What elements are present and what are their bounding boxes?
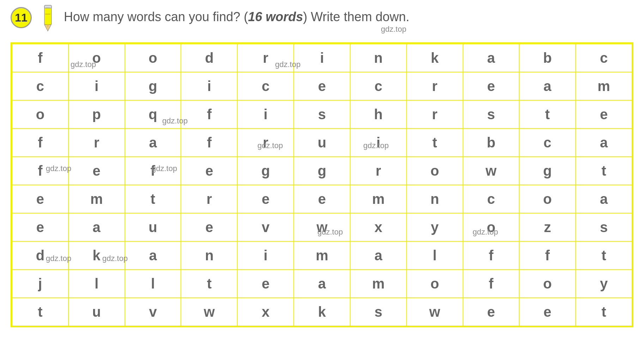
word-grid: foodrinkabccigicecreamopqfishrstefrafrui… bbox=[11, 42, 633, 327]
grid-cell: t bbox=[576, 157, 632, 185]
grid-cell: g bbox=[294, 157, 350, 185]
grid-cell: a bbox=[350, 241, 407, 269]
grid-cell: a bbox=[125, 128, 181, 157]
grid-cell: x bbox=[237, 298, 294, 326]
grid-cell: t bbox=[125, 185, 181, 213]
grid-cell: i bbox=[181, 72, 237, 100]
grid-cell: w bbox=[181, 298, 237, 326]
grid-cell: o bbox=[407, 157, 463, 185]
grid-cell: e bbox=[463, 72, 520, 100]
grid-cell: m bbox=[68, 185, 125, 213]
grid-cell: d bbox=[181, 44, 237, 72]
grid-cell: s bbox=[350, 298, 407, 326]
watermark: gdz.top bbox=[162, 116, 188, 126]
watermark: gdz.top bbox=[317, 227, 343, 237]
grid-cell: e bbox=[519, 298, 576, 326]
watermark: gdz.top bbox=[46, 164, 71, 173]
grid-cell: e bbox=[576, 100, 632, 128]
grid-cell: k bbox=[294, 298, 350, 326]
grid-cell: a bbox=[294, 269, 350, 298]
grid-cell: n bbox=[181, 241, 237, 269]
grid-cell: e bbox=[463, 298, 520, 326]
table-row: foodrinkabc bbox=[12, 44, 632, 72]
grid-cell: r bbox=[181, 185, 237, 213]
grid-cell: c bbox=[350, 72, 407, 100]
grid-cell: y bbox=[407, 213, 463, 241]
grid-cell: e bbox=[294, 185, 350, 213]
grid-cell: w bbox=[407, 298, 463, 326]
grid-cell: e bbox=[68, 157, 125, 185]
grid-cell: g bbox=[519, 157, 576, 185]
table-row: opqfishrste bbox=[12, 100, 632, 128]
grid-cell: a bbox=[576, 128, 632, 157]
grid-cell: a bbox=[519, 72, 576, 100]
grid-cell: g bbox=[237, 157, 294, 185]
grid-cell: g bbox=[125, 72, 181, 100]
grid-cell: x bbox=[350, 213, 407, 241]
grid-cell: a bbox=[463, 44, 520, 72]
grid-cell: o bbox=[463, 213, 520, 241]
table-row: cigicecream bbox=[12, 72, 632, 100]
watermark: gdz.top bbox=[71, 60, 96, 69]
grid-cell: s bbox=[463, 100, 520, 128]
grid-cell: t bbox=[407, 128, 463, 157]
pencil-icon bbox=[38, 4, 57, 32]
grid-cell: o bbox=[519, 185, 576, 213]
grid-cell: l bbox=[125, 269, 181, 298]
instruction-part1: How many words can you find? ( bbox=[64, 10, 248, 24]
grid-cell: n bbox=[407, 185, 463, 213]
grid-cell: o bbox=[125, 44, 181, 72]
page-container: gdz.top gdz.top gdz.top gdz.top gdz.top … bbox=[0, 0, 644, 340]
exercise-number: 11 bbox=[11, 7, 32, 28]
watermark: gdz.top bbox=[473, 227, 498, 237]
grid-cell: m bbox=[576, 72, 632, 100]
grid-cell: t bbox=[576, 298, 632, 326]
grid-cell: f bbox=[463, 269, 520, 298]
grid-cell: i bbox=[294, 44, 350, 72]
grid-cell: f bbox=[519, 241, 576, 269]
grid-cell: t bbox=[576, 241, 632, 269]
table-row: jllteamofoy bbox=[12, 269, 632, 298]
header-instruction: How many words can you find? (16 words) … bbox=[64, 9, 633, 25]
grid-cell: a bbox=[125, 241, 181, 269]
grid-cell: n bbox=[350, 44, 407, 72]
grid-cell: i bbox=[237, 100, 294, 128]
grid-cell: e bbox=[12, 185, 68, 213]
grid-cell: o bbox=[12, 100, 68, 128]
grid-cell: e bbox=[294, 72, 350, 100]
grid-cell: b bbox=[519, 44, 576, 72]
grid-cell: e bbox=[237, 269, 294, 298]
watermark: gdz.top bbox=[46, 254, 71, 263]
grid-cell: f bbox=[12, 44, 68, 72]
table-row: fefeggrowgt bbox=[12, 157, 632, 185]
grid-cell: w bbox=[294, 213, 350, 241]
grid-cell: a bbox=[68, 213, 125, 241]
count-text: 16 words bbox=[248, 10, 303, 24]
watermark: gdz.top bbox=[363, 141, 389, 150]
grid-cell: f bbox=[181, 128, 237, 157]
grid-cell: s bbox=[576, 213, 632, 241]
grid-cell: m bbox=[350, 185, 407, 213]
grid-cell: j bbox=[12, 269, 68, 298]
grid-cell: e bbox=[181, 213, 237, 241]
grid-cell: b bbox=[463, 128, 520, 157]
grid-cell: c bbox=[12, 72, 68, 100]
grid-cell: r bbox=[407, 100, 463, 128]
grid-cell: r bbox=[68, 128, 125, 157]
header-row: 11 How many words can you find? (16 word… bbox=[11, 7, 633, 32]
grid-cell: h bbox=[350, 100, 407, 128]
watermark: gdz.top bbox=[102, 254, 128, 263]
grid-cell: u bbox=[125, 213, 181, 241]
watermark: gdz.top bbox=[257, 141, 283, 150]
grid-cell: i bbox=[237, 241, 294, 269]
grid-cell: r bbox=[407, 72, 463, 100]
watermark: gdz.top bbox=[275, 60, 300, 69]
grid-cell: o bbox=[407, 269, 463, 298]
grid-cell: u bbox=[68, 298, 125, 326]
grid-cell: o bbox=[519, 269, 576, 298]
table-row: emtreemncoa bbox=[12, 185, 632, 213]
grid-cell: k bbox=[407, 44, 463, 72]
grid-cell: s bbox=[294, 100, 350, 128]
grid-cell: l bbox=[407, 241, 463, 269]
watermark: gdz.top bbox=[152, 164, 177, 173]
